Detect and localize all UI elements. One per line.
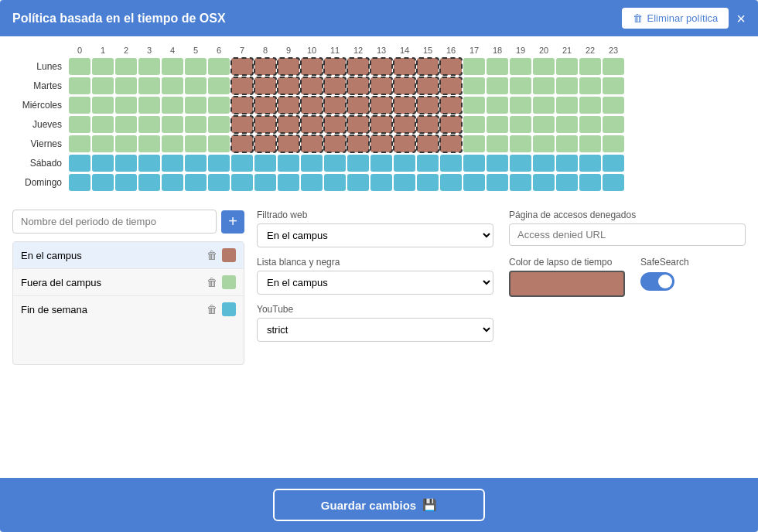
grid-cell[interactable] [301, 135, 323, 152]
grid-cell[interactable] [347, 97, 369, 114]
grid-cell[interactable] [254, 174, 276, 191]
grid-cell[interactable] [463, 155, 485, 172]
grid-cell[interactable] [440, 155, 462, 172]
grid-cell[interactable] [278, 58, 299, 75]
grid-cell[interactable] [510, 135, 531, 152]
grid-cell[interactable] [138, 155, 160, 172]
grid-cell[interactable] [69, 77, 90, 94]
grid-cell[interactable] [324, 116, 346, 133]
grid-cell[interactable] [231, 155, 253, 172]
grid-cell[interactable] [115, 135, 137, 152]
grid-cell[interactable] [440, 174, 462, 191]
grid-cell[interactable] [440, 58, 462, 75]
grid-cell[interactable] [394, 58, 415, 75]
grid-cell[interactable] [301, 58, 323, 75]
grid-cell[interactable] [278, 155, 299, 172]
grid-cell[interactable] [556, 155, 578, 172]
add-period-button[interactable]: + [221, 210, 244, 234]
grid-cell[interactable] [487, 58, 508, 75]
grid-cell[interactable] [556, 77, 578, 94]
grid-cell[interactable] [138, 77, 160, 94]
grid-cell[interactable] [115, 97, 137, 114]
grid-cell[interactable] [138, 97, 160, 114]
grid-cell[interactable] [603, 58, 624, 75]
grid-cell[interactable] [556, 97, 578, 114]
grid-cell[interactable] [115, 155, 137, 172]
grid-cell[interactable] [463, 58, 485, 75]
grid-cell[interactable] [347, 116, 369, 133]
grid-cell[interactable] [92, 135, 114, 152]
grid-cell[interactable] [324, 58, 346, 75]
grid-cell[interactable] [92, 58, 114, 75]
grid-cell[interactable] [92, 155, 114, 172]
grid-cell[interactable] [533, 174, 555, 191]
web-filter-select[interactable]: En el campus Fuera del campus Fin de sem… [257, 223, 493, 247]
grid-cell[interactable] [556, 135, 578, 152]
grid-cell[interactable] [370, 77, 392, 94]
grid-cell[interactable] [417, 97, 439, 114]
youtube-select[interactable]: strict moderate off [257, 318, 493, 342]
grid-cell[interactable] [254, 155, 276, 172]
grid-cell[interactable] [185, 135, 207, 152]
grid-cell[interactable] [440, 116, 462, 133]
grid-cell[interactable] [347, 58, 369, 75]
grid-cell[interactable] [579, 135, 601, 152]
grid-cell[interactable] [533, 58, 555, 75]
safesearch-toggle[interactable] [640, 272, 674, 291]
grid-cell[interactable] [463, 116, 485, 133]
grid-cell[interactable] [69, 174, 90, 191]
grid-cell[interactable] [579, 155, 601, 172]
grid-cell[interactable] [162, 97, 183, 114]
grid-cell[interactable] [533, 135, 555, 152]
grid-cell[interactable] [324, 174, 346, 191]
period-list-item[interactable]: En el campus🗑 [13, 242, 244, 269]
grid-cell[interactable] [278, 77, 299, 94]
grid-cell[interactable] [92, 174, 114, 191]
grid-cell[interactable] [440, 135, 462, 152]
grid-cell[interactable] [115, 77, 137, 94]
grid-cell[interactable] [92, 116, 114, 133]
grid-cell[interactable] [324, 97, 346, 114]
grid-cell[interactable] [417, 155, 439, 172]
grid-cell[interactable] [69, 58, 90, 75]
grid-cell[interactable] [185, 116, 207, 133]
grid-cell[interactable] [115, 58, 137, 75]
grid-cell[interactable] [208, 116, 230, 133]
color-picker-box[interactable] [509, 271, 625, 297]
grid-cell[interactable] [487, 97, 508, 114]
grid-cell[interactable] [394, 155, 415, 172]
grid-cell[interactable] [185, 58, 207, 75]
grid-cell[interactable] [370, 116, 392, 133]
grid-cell[interactable] [463, 174, 485, 191]
grid-cell[interactable] [92, 97, 114, 114]
grid-cell[interactable] [231, 97, 253, 114]
grid-cell[interactable] [487, 155, 508, 172]
grid-cell[interactable] [347, 174, 369, 191]
delete-period-button[interactable]: 🗑 [207, 249, 217, 261]
grid-cell[interactable] [208, 58, 230, 75]
grid-cell[interactable] [208, 135, 230, 152]
grid-cell[interactable] [394, 116, 415, 133]
grid-cell[interactable] [370, 135, 392, 152]
grid-cell[interactable] [510, 97, 531, 114]
grid-cell[interactable] [510, 77, 531, 94]
grid-cell[interactable] [417, 135, 439, 152]
grid-cell[interactable] [603, 97, 624, 114]
grid-cell[interactable] [231, 58, 253, 75]
delete-period-button[interactable]: 🗑 [207, 303, 217, 315]
grid-cell[interactable] [69, 116, 90, 133]
grid-cell[interactable] [510, 174, 531, 191]
grid-cell[interactable] [185, 97, 207, 114]
grid-cell[interactable] [603, 77, 624, 94]
grid-cell[interactable] [208, 155, 230, 172]
grid-cell[interactable] [417, 174, 439, 191]
grid-cell[interactable] [463, 135, 485, 152]
grid-cell[interactable] [463, 77, 485, 94]
grid-cell[interactable] [394, 174, 415, 191]
grid-cell[interactable] [231, 77, 253, 94]
grid-cell[interactable] [579, 77, 601, 94]
denied-url-input[interactable] [509, 223, 746, 246]
delete-policy-button[interactable]: 🗑 Eliminar política [622, 8, 729, 29]
grid-cell[interactable] [556, 174, 578, 191]
grid-cell[interactable] [162, 135, 183, 152]
